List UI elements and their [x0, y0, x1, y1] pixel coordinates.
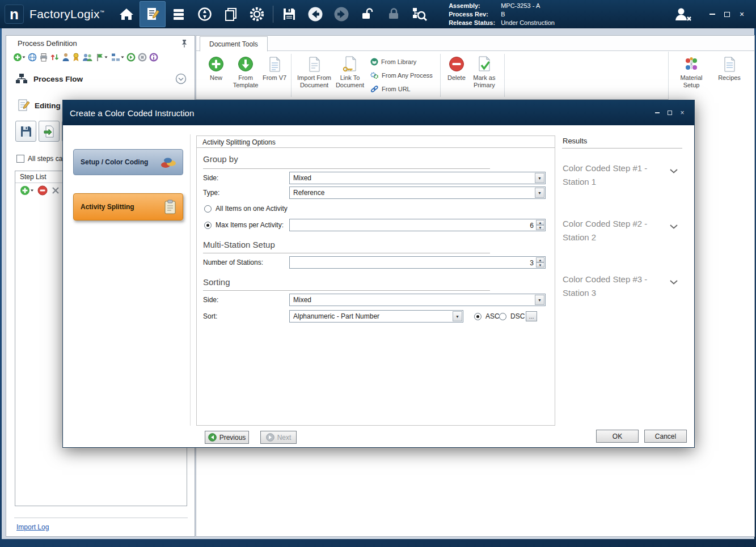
print-button[interactable]: [39, 53, 48, 62]
ok-button[interactable]: OK: [596, 430, 639, 443]
award-button[interactable]: [72, 53, 80, 62]
dialog-minimize-button[interactable]: [651, 108, 664, 118]
sort-side-select[interactable]: Mixed ▼: [289, 294, 546, 306]
navigate-button[interactable]: [192, 1, 218, 27]
chevron-down-icon[interactable]: [669, 224, 678, 230]
next-button[interactable]: Next: [260, 431, 297, 444]
save-button[interactable]: [276, 1, 302, 27]
home-button[interactable]: [113, 1, 140, 27]
from-library-icon: [370, 58, 378, 66]
more-options-button[interactable]: ...: [526, 311, 537, 321]
result-step-3[interactable]: Color Coded Step #3 - Station 3: [563, 273, 683, 300]
add-button[interactable]: [13, 53, 26, 62]
globe-button[interactable]: [28, 53, 37, 62]
back-button[interactable]: [302, 1, 328, 27]
from-any-process-button[interactable]: From Any Process: [370, 71, 433, 79]
cancel-button[interactable]: Cancel: [644, 430, 687, 443]
chevron-down-icon[interactable]: [669, 279, 678, 285]
cut-step-button[interactable]: [52, 186, 60, 194]
add-step-button[interactable]: [20, 185, 33, 196]
dropdown-arrow-icon[interactable]: ▼: [535, 173, 544, 183]
previous-button[interactable]: Previous: [205, 431, 249, 444]
unlock-button[interactable]: [354, 1, 381, 27]
pin-button[interactable]: [180, 39, 188, 48]
settings-button[interactable]: [244, 1, 270, 27]
sorting-title: Sorting: [203, 277, 230, 287]
panel-title: Process Definition: [18, 39, 77, 48]
remove-step-button[interactable]: [37, 185, 48, 196]
result-step-1[interactable]: Color Coded Step #1 - Station 1: [563, 162, 683, 189]
max-items-input[interactable]: 6 ▲▼: [289, 219, 546, 231]
all-items-radio[interactable]: [204, 205, 212, 213]
material-setup-button[interactable]: Material Setup: [673, 52, 709, 100]
spin-up-button[interactable]: ▲: [536, 257, 544, 262]
all-steps-checkbox[interactable]: [16, 155, 24, 163]
dsc-radio[interactable]: [499, 313, 506, 320]
mark-as-primary-button[interactable]: Mark as Primary: [468, 52, 500, 99]
from-library-button[interactable]: From Library: [370, 58, 433, 66]
process-flow-icon: [15, 73, 28, 84]
save-step-button[interactable]: [15, 121, 36, 142]
dropdown-arrow-icon[interactable]: ▼: [535, 188, 544, 198]
lock-button[interactable]: [381, 1, 407, 27]
delete-document-button[interactable]: Delete: [445, 52, 468, 99]
document-stack-button[interactable]: [166, 1, 192, 27]
ribbon-separator: [291, 54, 292, 97]
from-template-button[interactable]: From Template: [229, 52, 262, 99]
max-items-radio[interactable]: [204, 222, 212, 229]
stop-button[interactable]: [138, 53, 147, 62]
spin-down-button[interactable]: ▼: [536, 262, 544, 268]
minimize-button[interactable]: [705, 8, 720, 20]
group-by-title: Group by: [203, 154, 238, 164]
process-editor-button[interactable]: [140, 1, 166, 27]
hierarchy-button[interactable]: [111, 53, 124, 62]
copy-documents-button[interactable]: [218, 1, 244, 27]
chevron-down-icon[interactable]: [669, 168, 678, 174]
editing-label: Editing -: [35, 101, 65, 110]
info-button[interactable]: [149, 53, 158, 62]
from-v7-button[interactable]: From V7: [262, 52, 287, 99]
group-type-select[interactable]: Reference ▼: [289, 186, 546, 199]
transfer-button[interactable]: [50, 53, 60, 62]
nav-activity-splitting[interactable]: Activity Splitting: [73, 193, 183, 221]
collapse-button[interactable]: [175, 73, 187, 84]
start-button[interactable]: [126, 53, 136, 62]
dialog-maximize-button[interactable]: [664, 108, 676, 118]
link-label: From Any Process: [382, 72, 433, 79]
user-button[interactable]: [62, 53, 70, 62]
dropdown-arrow-icon[interactable]: ▼: [535, 295, 544, 305]
recipes-button[interactable]: Recipes: [715, 52, 744, 100]
nav-setup-color-coding[interactable]: Setup / Color Coding: [73, 149, 183, 175]
from-url-button[interactable]: From URL: [370, 85, 433, 93]
selected-value: Mixed: [293, 174, 311, 182]
user-logout-button[interactable]: [670, 1, 696, 27]
process-flow-item[interactable]: Process Flow: [6, 70, 195, 88]
flag-button[interactable]: [95, 53, 108, 62]
forward-button[interactable]: [328, 1, 354, 27]
ribbon-button-label: From Template: [229, 74, 262, 89]
asc-radio[interactable]: [474, 313, 482, 320]
sort-select[interactable]: Alphanumeric - Part Number ▼: [289, 310, 463, 323]
spin-up-button[interactable]: ▲: [536, 220, 544, 225]
lock-icon: [386, 7, 401, 22]
import-from-document-button[interactable]: Import From Document: [295, 52, 333, 99]
all-steps-label: All steps ca: [28, 155, 62, 163]
stations-input[interactable]: 3 ▲▼: [289, 256, 546, 269]
result-step-2[interactable]: Color Coded Step #2 - Station 2: [563, 217, 683, 244]
dropdown-arrow-icon[interactable]: ▼: [453, 311, 462, 321]
activity-splitting-options-panel: Activity Splitting Options Group by Side…: [196, 135, 555, 426]
recipes-icon: [723, 56, 736, 73]
spin-down-button[interactable]: ▼: [536, 225, 544, 230]
close-button[interactable]: ×: [734, 8, 749, 20]
dialog-close-button[interactable]: ×: [676, 108, 689, 118]
group-side-select[interactable]: Mixed ▼: [289, 172, 546, 184]
maximize-button[interactable]: [720, 8, 734, 20]
import-document-button[interactable]: [39, 121, 60, 142]
tab-document-tools[interactable]: Document Tools: [200, 36, 268, 52]
import-log-link[interactable]: Import Log: [16, 523, 49, 531]
new-document-ribbon-button[interactable]: New: [203, 52, 229, 99]
next-icon: [266, 433, 274, 442]
link-to-document-button[interactable]: Link To Document: [333, 52, 367, 99]
users-button[interactable]: [82, 53, 93, 62]
process-search-button[interactable]: [407, 1, 433, 27]
